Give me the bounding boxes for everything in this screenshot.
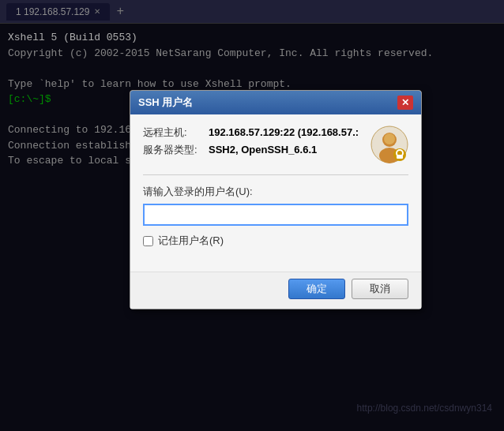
svg-rect-6: [397, 155, 403, 159]
divider: [143, 174, 408, 175]
remote-host-value: 192.168.57.129:22 (192.168.57.:: [209, 126, 359, 138]
username-input-label: 请输入登录的用户名(U):: [143, 185, 408, 199]
service-type-label: 服务器类型:: [143, 143, 202, 157]
dialog-buttons: 确定 取消: [130, 272, 421, 309]
user-icon: [370, 126, 408, 163]
dialog-content: 远程主机: 192.168.57.129:22 (192.168.57.: 服务…: [130, 114, 421, 272]
remote-host-row: 远程主机: 192.168.57.129:22 (192.168.57.:: [143, 126, 363, 140]
cancel-button[interactable]: 取消: [352, 279, 408, 299]
ssh-dialog: SSH 用户名 ✕ 远程主机: 192.168.57.129:22 (192.1…: [130, 90, 422, 309]
info-table: 远程主机: 192.168.57.129:22 (192.168.57.: 服务…: [143, 126, 363, 160]
dialog-title-bar: SSH 用户名 ✕: [130, 91, 421, 114]
modal-overlay: SSH 用户名 ✕ 远程主机: 192.168.57.129:22 (192.1…: [0, 0, 504, 431]
ok-button[interactable]: 确定: [288, 279, 345, 299]
dialog-title: SSH 用户名: [138, 96, 193, 110]
remote-host-label: 远程主机:: [143, 126, 202, 140]
remember-username-checkbox[interactable]: [143, 236, 153, 246]
service-type-value: SSH2, OpenSSH_6.6.1: [209, 144, 317, 156]
remember-username-label[interactable]: 记住用户名(R): [158, 234, 224, 248]
svg-point-3: [384, 133, 395, 144]
remember-checkbox-row: 记住用户名(R): [143, 234, 408, 248]
username-input[interactable]: [143, 204, 408, 226]
service-type-row: 服务器类型: SSH2, OpenSSH_6.6.1: [143, 143, 363, 157]
dialog-close-button[interactable]: ✕: [397, 96, 413, 110]
info-section: 远程主机: 192.168.57.129:22 (192.168.57.: 服务…: [143, 126, 408, 163]
